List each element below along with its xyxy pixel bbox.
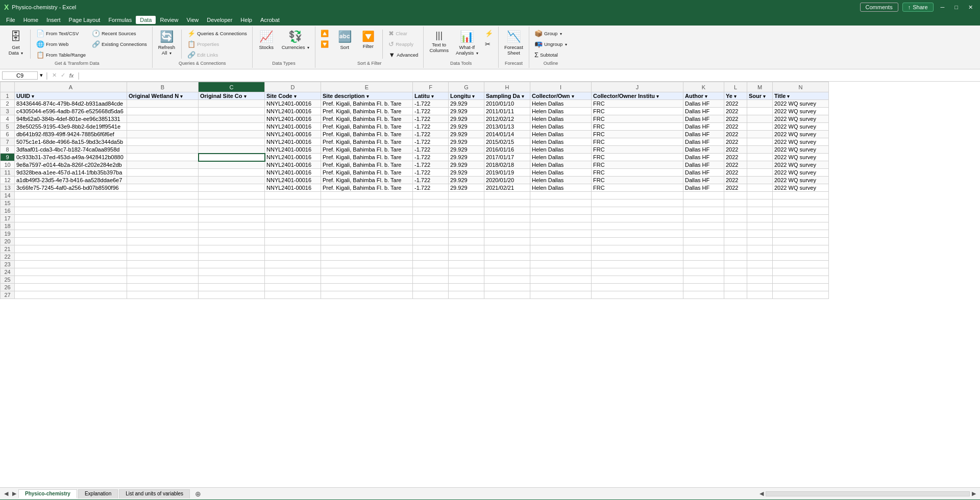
cell-11-3[interactable]: NNYL2401-00016	[265, 169, 321, 177]
cell-18-1[interactable]	[127, 222, 199, 230]
cell-16-13[interactable]	[773, 207, 829, 215]
cell-17-3[interactable]	[265, 215, 321, 222]
text-to-columns-button[interactable]: ||| Text toColumns	[427, 29, 451, 55]
cell-11-1[interactable]	[127, 169, 199, 177]
cell-26-2[interactable]	[199, 284, 265, 291]
cell-8-8[interactable]: Helen Dallas	[530, 146, 592, 154]
cell-23-3[interactable]	[265, 261, 321, 268]
cell-2-9[interactable]: FRC	[592, 100, 683, 108]
cell-8-7[interactable]: 2016/01/16	[484, 146, 530, 154]
cell-7-12[interactable]	[747, 138, 773, 146]
cell-6-8[interactable]: Helen Dallas	[530, 131, 592, 138]
cell-10-8[interactable]: Helen Dallas	[530, 161, 592, 169]
cell-22-2[interactable]	[199, 253, 265, 261]
cell-2-4[interactable]: Pref. Kigali, Bahimba Fl. b. Tare	[321, 100, 413, 108]
cell-21-11[interactable]	[724, 245, 747, 253]
cell-24-2[interactable]	[199, 268, 265, 276]
cell-26-9[interactable]	[592, 284, 683, 291]
cell-7-7[interactable]: 2015/02/15	[484, 138, 530, 146]
header-cell-A1[interactable]: UUID ▾	[15, 92, 127, 100]
cell-11-0[interactable]: 9d328bea-a1ee-457d-a114-1fbb35b397ba	[15, 169, 127, 177]
cell-20-11[interactable]	[724, 238, 747, 245]
cell-15-0[interactable]	[15, 199, 127, 207]
cell-26-1[interactable]	[127, 284, 199, 291]
recent-sources-button[interactable]: 🕐 Recent Sources	[90, 29, 149, 38]
cell-16-8[interactable]	[530, 207, 592, 215]
cell-8-6[interactable]: 29.929	[449, 146, 484, 154]
cell-6-9[interactable]: FRC	[592, 131, 683, 138]
cell-7-13[interactable]: 2022 WQ survey	[773, 138, 829, 146]
cell-20-1[interactable]	[127, 238, 199, 245]
cell-18-3[interactable]	[265, 222, 321, 230]
cell-5-11[interactable]: 2022	[724, 123, 747, 131]
cell-16-12[interactable]	[747, 207, 773, 215]
cell-21-7[interactable]	[484, 245, 530, 253]
cell-10-0[interactable]: 9e8a7597-e014-4b2a-826f-c202e284e2db	[15, 161, 127, 169]
cell-25-12[interactable]	[747, 276, 773, 284]
cell-9-13[interactable]: 2022 WQ survey	[773, 154, 829, 161]
cell-5-4[interactable]: Pref. Kigali, Bahimba Fl. b. Tare	[321, 123, 413, 131]
cell-9-1[interactable]	[127, 154, 199, 161]
cell-16-9[interactable]	[592, 207, 683, 215]
cell-27-13[interactable]	[773, 291, 829, 299]
cell-21-9[interactable]	[592, 245, 683, 253]
cell-26-13[interactable]	[773, 284, 829, 291]
cell-10-11[interactable]: 2022	[724, 161, 747, 169]
cell-7-6[interactable]: 29.929	[449, 138, 484, 146]
cell-15-1[interactable]	[127, 199, 199, 207]
from-web-button[interactable]: 🌐 From Web	[34, 39, 88, 49]
cell-17-4[interactable]	[321, 215, 413, 222]
currencies-button[interactable]: 💱 Currencies ▾	[279, 29, 312, 52]
what-if-button[interactable]: 📊 What-IfAnalysis ▾	[453, 29, 481, 57]
cell-11-6[interactable]: 29.929	[449, 169, 484, 177]
cell-6-6[interactable]: 29.929	[449, 131, 484, 138]
cell-22-13[interactable]	[773, 253, 829, 261]
minimize-button[interactable]: ─	[938, 4, 948, 10]
cell-15-7[interactable]	[484, 199, 530, 207]
cell-18-10[interactable]	[683, 222, 724, 230]
cell-5-2[interactable]	[199, 123, 265, 131]
cell-13-8[interactable]: Helen Dallas	[530, 184, 592, 192]
cell-7-3[interactable]: NNYL2401-00016	[265, 138, 321, 146]
cell-27-10[interactable]	[683, 291, 724, 299]
cell-9-2[interactable]	[199, 154, 265, 161]
cell-17-7[interactable]	[484, 215, 530, 222]
tab-list-units[interactable]: List and units of variables	[119, 489, 190, 498]
cell-21-0[interactable]	[15, 245, 127, 253]
cell-16-2[interactable]	[199, 207, 265, 215]
cell-26-3[interactable]	[265, 284, 321, 291]
cell-27-5[interactable]	[413, 291, 449, 299]
cell-14-0[interactable]	[15, 192, 127, 199]
cell-4-11[interactable]: 2022	[724, 115, 747, 123]
cell-2-0[interactable]: 83436446-874c-479b-84d2-b931aad84cde	[15, 100, 127, 108]
flash-fill-button[interactable]: ⚡	[483, 29, 495, 38]
cell-19-12[interactable]	[747, 230, 773, 238]
cell-18-13[interactable]	[773, 222, 829, 230]
cell-8-4[interactable]: Pref. Kigali, Bahimba Fl. b. Tare	[321, 146, 413, 154]
col-header-L[interactable]: L	[724, 82, 747, 92]
cell-12-12[interactable]	[747, 177, 773, 184]
cell-7-9[interactable]: FRC	[592, 138, 683, 146]
cell-3-7[interactable]: 2011/01/11	[484, 108, 530, 115]
cell-12-1[interactable]	[127, 177, 199, 184]
remove-duplicates-button[interactable]: ✂	[483, 39, 495, 49]
cell-14-3[interactable]	[265, 192, 321, 199]
header-cell-G1[interactable]: Longitu ▾	[449, 92, 484, 100]
cell-20-2[interactable]	[199, 238, 265, 245]
cell-15-13[interactable]	[773, 199, 829, 207]
cell-25-2[interactable]	[199, 276, 265, 284]
cell-11-9[interactable]: FRC	[592, 169, 683, 177]
cell-12-13[interactable]: 2022 WQ survey	[773, 177, 829, 184]
cell-2-13[interactable]: 2022 WQ survey	[773, 100, 829, 108]
cell-5-9[interactable]: FRC	[592, 123, 683, 131]
cell-10-2[interactable]	[199, 161, 265, 169]
cell-24-3[interactable]	[265, 268, 321, 276]
cell-18-0[interactable]	[15, 222, 127, 230]
cell-6-5[interactable]: -1.722	[413, 131, 449, 138]
cell-6-3[interactable]: NNYL2401-00016	[265, 131, 321, 138]
cell-23-6[interactable]	[449, 261, 484, 268]
cell-25-6[interactable]	[449, 276, 484, 284]
cell-21-13[interactable]	[773, 245, 829, 253]
cell-8-12[interactable]	[747, 146, 773, 154]
cell-13-6[interactable]: 29.929	[449, 184, 484, 192]
